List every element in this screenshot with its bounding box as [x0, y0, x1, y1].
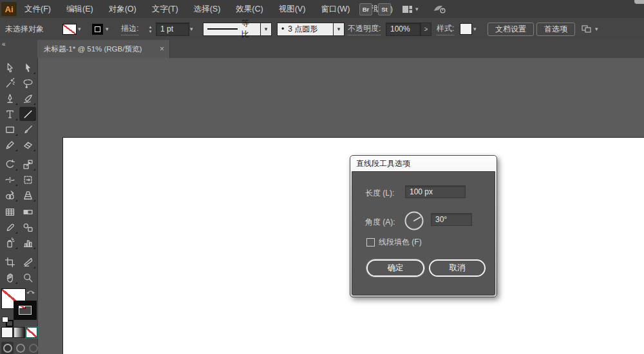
brush-dot-icon: •: [281, 24, 284, 33]
stepper-up-icon[interactable]: ▲: [147, 25, 154, 29]
opacity-label[interactable]: 不透明度:: [348, 23, 381, 35]
opacity-field[interactable]: 100%: [386, 23, 421, 36]
workspace-switcher-button[interactable]: ▾: [402, 5, 419, 14]
workspace: 直线段工具选项 长度 (L): 100 px 角度 (A): 30° 线段填色 …: [0, 58, 644, 354]
bridge-button[interactable]: Br: [359, 3, 372, 15]
pencil-tool[interactable]: [1, 138, 18, 152]
symbol-sprayer-tool[interactable]: [1, 236, 18, 250]
gradient-fill-button[interactable]: [14, 327, 25, 338]
swap-fill-stroke-icon[interactable]: [26, 286, 35, 298]
direct-selection-tool[interactable]: [19, 61, 36, 75]
shape-builder-tool[interactable]: [1, 188, 18, 202]
width-tool[interactable]: [1, 172, 18, 187]
rectangle-tool[interactable]: [1, 122, 18, 136]
line-fill-checkbox[interactable]: [366, 238, 375, 247]
line-segment-tool-options-dialog: 直线段工具选项 长度 (L): 100 px 角度 (A): 30° 线段填色 …: [350, 155, 497, 297]
stepper-down-icon[interactable]: ▼: [147, 30, 154, 33]
stroke-profile-dropdown[interactable]: ▾: [261, 23, 272, 36]
document-tab-title: 未标题-1* @ 51% (RGB/预览): [44, 44, 156, 54]
free-transform-tool[interactable]: [19, 172, 36, 187]
drawing-modes-row: [0, 342, 37, 354]
cancel-button[interactable]: 取消: [429, 259, 486, 277]
draw-behind-mode-button[interactable]: [14, 342, 26, 354]
menu-item[interactable]: 对象(O): [101, 0, 144, 18]
gradient-tool[interactable]: [19, 205, 36, 219]
color-fill-button[interactable]: [1, 327, 13, 338]
length-label: 长度 (L):: [365, 188, 394, 199]
eraser-tool[interactable]: [19, 138, 36, 152]
chevron-down-icon[interactable]: ▾: [473, 18, 477, 40]
draw-normal-mode-button[interactable]: [1, 342, 14, 354]
fill-none-swatch[interactable]: [62, 24, 77, 35]
uniform-profile-icon: [207, 28, 238, 30]
illustrator-logo-icon: Ai: [1, 2, 17, 16]
stroke-weight-stepper[interactable]: ▲ ▼: [147, 25, 154, 33]
brush-definition-dropdown[interactable]: ▾: [334, 23, 345, 36]
stroke-weight-field[interactable]: 1 pt: [156, 23, 189, 36]
collapse-panels-button[interactable]: «: [2, 41, 5, 48]
brush-definition-select[interactable]: • 3 点圆形: [277, 23, 334, 36]
menu-item[interactable]: 编辑(E): [59, 0, 101, 18]
cs-live-button[interactable]: [433, 4, 448, 14]
default-fill-stroke-icon[interactable]: [2, 317, 12, 326]
line-fill-checkbox-label: 线段填色 (F): [379, 237, 422, 248]
magic-wand-tool[interactable]: [1, 76, 18, 90]
pasteboard: [37, 58, 644, 354]
story-button[interactable]: St: [378, 3, 391, 15]
style-label[interactable]: 样式:: [437, 23, 454, 35]
hand-tool[interactable]: [1, 270, 18, 284]
style-swatch[interactable]: [460, 23, 472, 35]
tab-bar: « 未标题-1* @ 51% (RGB/预览) ×: [0, 40, 644, 59]
dialog-title[interactable]: 直线段工具选项: [350, 156, 497, 171]
document-setup-button[interactable]: 文档设置: [488, 23, 534, 36]
align-boards-icon[interactable]: [582, 18, 591, 40]
eyedropper-tool[interactable]: [1, 220, 18, 234]
chevron-down-icon[interactable]: ▾: [190, 18, 193, 40]
menu-item[interactable]: 文件(F): [17, 0, 59, 18]
selection-status: 未选择对象: [5, 18, 44, 40]
stroke-label[interactable]: 描边:: [121, 23, 138, 35]
lasso-tool[interactable]: [19, 76, 36, 90]
blend-tool[interactable]: [19, 220, 36, 234]
close-tab-icon[interactable]: ×: [160, 44, 164, 53]
selection-tool[interactable]: [1, 61, 18, 75]
scale-tool[interactable]: [19, 157, 36, 171]
stroke-swatch[interactable]: [92, 24, 103, 35]
chevron-down-icon[interactable]: ▾: [106, 18, 109, 40]
menu-item[interactable]: 效果(C): [228, 0, 270, 18]
stroke-profile-select[interactable]: 等比: [203, 23, 261, 36]
column-graph-tool[interactable]: [19, 236, 36, 250]
mesh-tool[interactable]: [1, 205, 18, 219]
chevron-down-icon: ▾: [415, 6, 419, 12]
length-input[interactable]: 100 px: [405, 185, 466, 198]
preferences-button[interactable]: 首选项: [536, 23, 575, 36]
zoom-tool[interactable]: [19, 270, 36, 284]
angle-dial[interactable]: [402, 209, 426, 232]
cs-live-icon: [433, 4, 448, 14]
document-tab[interactable]: 未标题-1* @ 51% (RGB/预览) ×: [37, 40, 170, 58]
none-fill-button[interactable]: [26, 327, 37, 338]
slice-tool[interactable]: [19, 255, 36, 269]
blob-brush-tool[interactable]: [19, 91, 36, 106]
rotate-tool[interactable]: [1, 157, 18, 171]
paintbrush-tool[interactable]: [19, 122, 36, 136]
angle-input[interactable]: 30°: [431, 213, 472, 226]
chevron-down-icon[interactable]: ▾: [595, 18, 598, 40]
pen-tool[interactable]: [1, 91, 18, 106]
perspective-grid-tool[interactable]: [19, 188, 36, 202]
menu-item[interactable]: 选择(S): [186, 0, 229, 18]
menu-item[interactable]: 窗口(W): [313, 0, 357, 18]
opacity-options-button[interactable]: >: [421, 23, 431, 36]
ok-button[interactable]: 确定: [366, 259, 424, 277]
stroke-color-indicator[interactable]: [14, 301, 37, 320]
menu-item[interactable]: 文字(T): [144, 0, 186, 18]
artboard-tool[interactable]: [1, 255, 18, 269]
menu-item[interactable]: 视图(V): [271, 0, 314, 18]
chevron-down-icon: ▾: [337, 26, 341, 32]
stroke-profile-value: 等比: [242, 18, 256, 40]
menubar: Ai 文件(F)编辑(E)对象(O)文字(T)选择(S)效果(C)视图(V)窗口…: [0, 0, 644, 19]
control-bar: 未选择对象 ▾ ▾ 描边: ▲ ▼ 1 pt ▾ 等比 ▾ • 3 点圆形 ▾: [0, 18, 644, 41]
chevron-down-icon[interactable]: ▾: [78, 18, 81, 40]
type-tool[interactable]: [1, 107, 18, 121]
line-segment-tool[interactable]: [19, 107, 36, 121]
